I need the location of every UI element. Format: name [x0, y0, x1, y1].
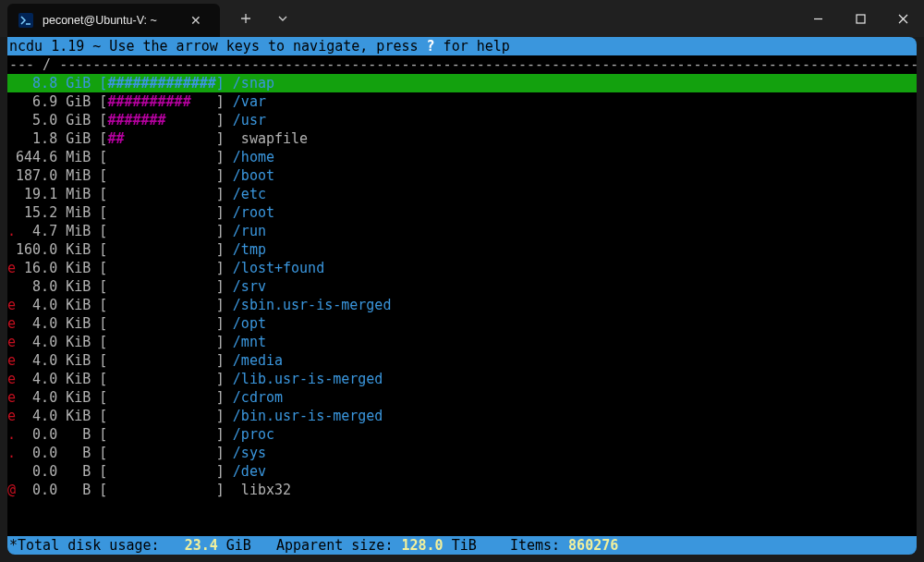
window-titlebar: peconet@Ubuntu-V: ~ ✕ — [0, 0, 924, 37]
ncdu-row[interactable]: 8.8 GiB [#############] /snap — [7, 74, 917, 92]
terminal-tab[interactable]: peconet@Ubuntu-V: ~ ✕ — [7, 4, 220, 37]
ncdu-row[interactable]: 8.0 KiB [ ] /srv — [7, 277, 917, 296]
ncdu-row[interactable]: e 4.0 KiB [ ] /sbin.usr-is-merged — [7, 296, 917, 314]
ncdu-row[interactable]: 6.9 GiB [########## ] /var — [7, 92, 917, 111]
close-window-button[interactable] — [881, 0, 924, 37]
ncdu-row[interactable]: e 4.0 KiB [ ] /mnt — [7, 333, 917, 351]
ncdu-row[interactable]: 1.8 GiB [## ] swapfile — [7, 129, 917, 148]
svg-rect-1 — [857, 15, 865, 23]
close-tab-icon[interactable]: ✕ — [185, 11, 207, 30]
new-tab-button[interactable] — [227, 0, 264, 37]
ncdu-row[interactable]: e 4.0 KiB [ ] /bin.usr-is-merged — [7, 407, 917, 425]
ncdu-row[interactable]: 15.2 MiB [ ] /root — [7, 203, 917, 222]
tab-dropdown-button[interactable] — [264, 0, 301, 37]
ncdu-header: ncdu 1.19 ~ Use the arrow keys to naviga… — [7, 37, 917, 55]
ncdu-row[interactable]: e 4.0 KiB [ ] /lib.usr-is-merged — [7, 370, 917, 388]
powershell-icon — [18, 13, 33, 28]
ncdu-row[interactable]: e 4.0 KiB [ ] /media — [7, 351, 917, 370]
ncdu-path-line: --- / ----------------------------------… — [7, 55, 917, 74]
ncdu-row[interactable]: @ 0.0 B [ ] libx32 — [7, 481, 917, 499]
ncdu-row[interactable]: . 0.0 B [ ] /sys — [7, 444, 917, 462]
ncdu-row[interactable]: 187.0 MiB [ ] /boot — [7, 166, 917, 185]
titlebar-spacer — [301, 0, 796, 37]
ncdu-row[interactable]: 644.6 MiB [ ] /home — [7, 148, 917, 166]
ncdu-row[interactable]: 5.0 GiB [####### ] /usr — [7, 111, 917, 129]
ncdu-row[interactable]: 160.0 KiB [ ] /tmp — [7, 240, 917, 259]
minimize-button[interactable] — [796, 0, 839, 37]
terminal-viewport[interactable]: ncdu 1.19 ~ Use the arrow keys to naviga… — [7, 37, 917, 555]
ncdu-row[interactable]: 0.0 B [ ] /dev — [7, 462, 917, 481]
ncdu-row[interactable]: . 0.0 B [ ] /proc — [7, 425, 917, 444]
ncdu-footer: *Total disk usage: 23.4 GiB Apparent siz… — [7, 536, 917, 555]
ncdu-row[interactable]: e 4.0 KiB [ ] /opt — [7, 314, 917, 333]
ncdu-row[interactable]: e 16.0 KiB [ ] /lost+found — [7, 259, 917, 277]
ncdu-row[interactable]: . 4.7 MiB [ ] /run — [7, 222, 917, 240]
ncdu-row[interactable]: 19.1 MiB [ ] /etc — [7, 185, 917, 203]
tab-title: peconet@Ubuntu-V: ~ — [43, 14, 176, 27]
ncdu-row[interactable]: e 4.0 KiB [ ] /cdrom — [7, 388, 917, 407]
maximize-button[interactable] — [839, 0, 881, 37]
